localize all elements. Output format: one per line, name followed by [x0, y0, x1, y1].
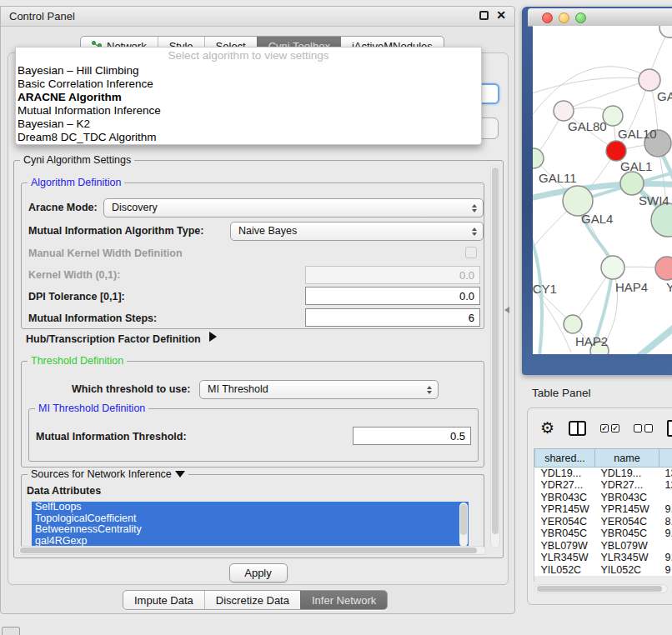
table-row[interactable]: YBL079WYBL079W [535, 540, 672, 552]
node-hap4[interactable] [601, 256, 624, 279]
table-row[interactable]: YDR27...YDR27...12 [535, 479, 672, 492]
table-row[interactable]: YER054CYER054C8. [535, 516, 672, 528]
network-graph: GAL GAL80 GAL10 GAL1 GAL11 SWI4 GAL4 GCY… [533, 26, 672, 354]
node[interactable] [659, 26, 672, 38]
dpi-tolerance-label: DPI Tolerance [0,1]: [28, 291, 125, 302]
mi-type-label: Mutual Information Algorithm Type: [28, 225, 203, 237]
select-all-icon[interactable]: ✓✓ [600, 424, 619, 432]
splitpane-handle-icon[interactable] [504, 307, 509, 313]
zoom-traffic-light-icon[interactable] [575, 12, 586, 23]
algorithm-option[interactable]: Basic Correlation Inference [16, 78, 481, 91]
mi-threshold-label: Mutual Information Threshold: [36, 431, 187, 442]
apply-button[interactable]: Apply [229, 563, 288, 582]
algorithm-option-selected[interactable]: ARACNE Algorithm [16, 91, 481, 104]
table-panel-window: ⚙ ✓✓ shared... name A YDL19...YDL19...13… [527, 408, 672, 605]
aracne-mode-value: Discovery [112, 202, 158, 213]
table-row[interactable]: YBR043CYBR043C [535, 492, 672, 504]
mi-threshold-definition-group: MI Threshold Definition Mutual Informati… [28, 408, 479, 462]
which-threshold-value: MI Threshold [208, 383, 268, 395]
aracne-mode-label: Aracne Mode: [28, 202, 98, 213]
cyni-algorithm-settings-group: Cyni Algorithm Settings Algorithm Defini… [13, 160, 504, 558]
combo-arrows-icon [472, 228, 477, 236]
mi-steps-field[interactable] [305, 308, 480, 327]
node-salmon[interactable] [655, 257, 672, 280]
node[interactable] [639, 69, 660, 91]
column-header-partial[interactable]: A [659, 449, 672, 468]
hub-definition-label: Hub/Transcription Factor Definition [26, 333, 201, 345]
expand-arrow-icon[interactable] [209, 332, 217, 342]
which-threshold-combobox[interactable]: MI Threshold [199, 380, 439, 399]
table-row[interactable]: YLR345WYLR345W9. [535, 552, 672, 564]
network-view-window[interactable]: GAL GAL80 GAL10 GAL1 GAL11 SWI4 GAL4 GCY… [522, 7, 672, 375]
sources-title: Sources for Network Inference [28, 468, 188, 480]
tab-infer-network[interactable]: Infer Network [300, 591, 387, 609]
list-item[interactable]: SelfLoops [32, 502, 469, 513]
tab-impute-data[interactable]: Impute Data [123, 591, 204, 609]
threshold-definition-group: Threshold Definition Which threshold to … [21, 361, 484, 468]
table-row[interactable]: YIL052CYIL052C9 [535, 564, 672, 577]
dpi-tolerance-field[interactable] [305, 287, 480, 305]
mi-threshold-field[interactable] [353, 427, 471, 445]
list-item[interactable]: BetweennessCentrality [32, 524, 469, 536]
cyni-algorithm-settings-title: Cyni Algorithm Settings [20, 154, 134, 166]
label-gcy1: GCY1 [533, 282, 557, 296]
label-gal80: GAL80 [568, 119, 607, 133]
algorithm-option[interactable]: Bayesian – K2 [16, 118, 481, 131]
settings-horizontal-scrollbar[interactable] [18, 546, 486, 555]
document-icon[interactable] [667, 420, 672, 437]
network-canvas[interactable]: GAL GAL80 GAL10 GAL1 GAL11 SWI4 GAL4 GCY… [533, 26, 672, 354]
network-nodes[interactable] [533, 26, 672, 354]
node-red[interactable] [606, 141, 626, 161]
table-row[interactable]: YDL19...YDL19...13 [535, 468, 672, 480]
combo-arrows-icon [472, 204, 477, 212]
split-columns-icon[interactable] [569, 421, 586, 436]
mi-steps-label: Mutual Information Steps: [28, 312, 157, 324]
node-gal1[interactable] [620, 172, 644, 195]
deselect-all-icon[interactable] [634, 424, 653, 432]
which-threshold-label: Which threshold to use: [72, 383, 190, 395]
settings-vertical-scrollbar[interactable] [490, 165, 500, 548]
list-item[interactable]: gal4RGexp [32, 536, 469, 548]
tab-discretize-data[interactable]: Discretize Data [204, 591, 300, 609]
close-traffic-light-icon[interactable] [542, 12, 553, 23]
label-swi4: SWI4 [639, 193, 669, 208]
popup-placeholder: Select algorithm to view settings [16, 48, 481, 64]
table-scrollview[interactable]: shared... name A YDL19...YDL19...13 YDR2… [534, 448, 672, 582]
algorithm-option[interactable]: Bayesian – Hill Climbing [16, 64, 481, 78]
close-window-icon[interactable]: ✕ [496, 9, 506, 21]
label-hap4: HAP4 [615, 280, 648, 294]
node-gal11[interactable] [533, 148, 544, 168]
list-item[interactable]: TopologicalCoefficient [32, 513, 469, 525]
network-window-titlebar[interactable] [528, 8, 672, 27]
node-hap2[interactable] [564, 315, 582, 333]
column-header-shared-name[interactable]: shared... [535, 449, 595, 468]
algorithm-option[interactable]: Mutual Information Inference [16, 104, 481, 118]
mi-threshold-definition-title: MI Threshold Definition [35, 402, 148, 414]
aracne-mode-combobox[interactable]: Discovery [103, 198, 484, 218]
table-toolbar: ⚙ ✓✓ [528, 415, 672, 442]
table-row[interactable]: YBR045CYBR045C9. [535, 528, 672, 540]
algorithm-option[interactable]: Dream8 DC_TDC Algorithm [16, 131, 481, 144]
mi-type-value: Naive Bayes [238, 225, 297, 237]
table-panel-title: Table Panel [532, 387, 591, 399]
table-row[interactable]: YPR145WYPR145W9. [535, 503, 672, 516]
manual-kernel-checkbox[interactable] [465, 247, 477, 258]
float-window-icon[interactable] [479, 11, 489, 20]
column-header-name[interactable]: name [595, 449, 659, 468]
table-horizontal-scrollbar[interactable] [534, 584, 668, 593]
node-gal80[interactable] [554, 101, 574, 121]
algorithm-popup: Select algorithm to view settings Bayesi… [15, 47, 482, 145]
list-scrollbar[interactable] [459, 502, 468, 547]
data-attributes-list[interactable]: SelfLoops TopologicalCoefficient Between… [32, 502, 469, 548]
collapse-arrow-icon[interactable] [175, 471, 185, 478]
panel-corner-button[interactable] [2, 627, 20, 635]
mi-type-combobox[interactable]: Naive Bayes [230, 222, 484, 241]
screen: Control Panel ✕ Network Style Select Cyn… [0, 0, 672, 635]
minimize-traffic-light-icon[interactable] [559, 12, 569, 23]
control-panel-titlebar[interactable]: Control Panel ✕ [1, 7, 514, 27]
label-hap2: HAP2 [575, 334, 608, 348]
kernel-width-field[interactable] [305, 266, 480, 284]
node-swi4[interactable] [651, 203, 672, 237]
gear-icon[interactable]: ⚙ [540, 420, 554, 437]
label-y-partial: Y [666, 280, 672, 294]
